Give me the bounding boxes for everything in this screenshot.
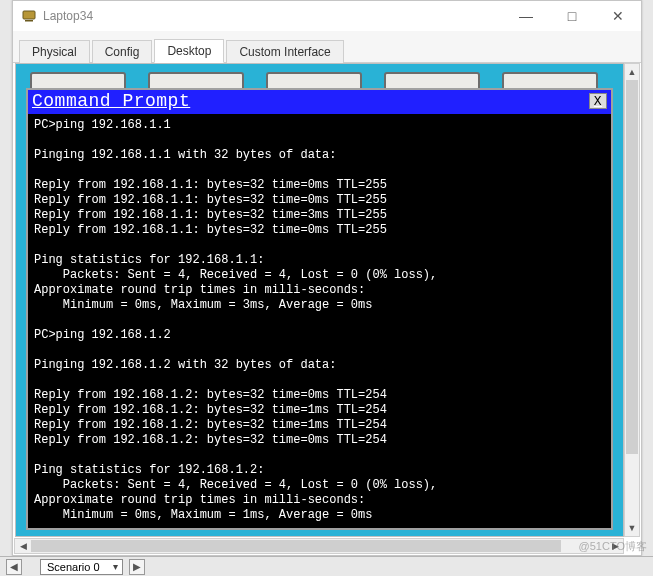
scroll-thumb[interactable]	[626, 80, 638, 454]
scroll-left-icon[interactable]: ◀	[15, 539, 31, 553]
scroll-up-icon[interactable]: ▲	[625, 64, 639, 80]
command-prompt-output[interactable]: PC>ping 192.168.1.1 Pinging 192.168.1.1 …	[28, 112, 611, 528]
command-prompt-title: Command Prompt	[32, 91, 190, 111]
horizontal-scrollbar[interactable]: ◀ ▶	[14, 538, 624, 554]
tab-config[interactable]: Config	[92, 40, 153, 63]
desktop-content: Command Prompt X PC>ping 192.168.1.1 Pin…	[15, 63, 624, 537]
command-prompt-window: Command Prompt X PC>ping 192.168.1.1 Pin…	[26, 88, 613, 530]
tabstrip: Physical Config Desktop Custom Interface	[13, 31, 641, 63]
status-bar: ◀ Scenario 0 ▶	[0, 556, 653, 576]
command-prompt-titlebar[interactable]: Command Prompt X	[28, 90, 611, 112]
maximize-button[interactable]: □	[549, 1, 595, 31]
scroll-track[interactable]	[625, 80, 639, 520]
desktop-background: Command Prompt X PC>ping 192.168.1.1 Pin…	[16, 64, 623, 536]
app-icon	[21, 8, 37, 24]
window-title: Laptop34	[43, 9, 503, 23]
close-button[interactable]: ✕	[595, 1, 641, 31]
minimize-button[interactable]: —	[503, 1, 549, 31]
scenario-prev-button[interactable]: ◀	[6, 559, 22, 575]
svg-rect-1	[25, 20, 33, 22]
app-window: Laptop34 — □ ✕ Physical Config Desktop C…	[12, 0, 642, 556]
scenario-next-button[interactable]: ▶	[129, 559, 145, 575]
scroll-down-icon[interactable]: ▼	[625, 520, 639, 536]
tab-physical[interactable]: Physical	[19, 40, 90, 63]
scenario-select[interactable]: Scenario 0	[40, 559, 123, 575]
tab-desktop[interactable]: Desktop	[154, 39, 224, 63]
svg-rect-0	[23, 11, 35, 19]
background-clip	[0, 55, 12, 515]
watermark: @51CTO博客	[579, 539, 647, 554]
vertical-scrollbar[interactable]: ▲ ▼	[624, 63, 640, 537]
scenario-label: Scenario 0	[47, 561, 100, 573]
tab-custom-interface[interactable]: Custom Interface	[226, 40, 343, 63]
window-buttons: — □ ✕	[503, 1, 641, 31]
titlebar[interactable]: Laptop34 — □ ✕	[13, 1, 641, 31]
scroll-thumb[interactable]	[31, 540, 561, 552]
scroll-track[interactable]	[31, 539, 607, 553]
command-prompt-close-button[interactable]: X	[589, 93, 607, 109]
